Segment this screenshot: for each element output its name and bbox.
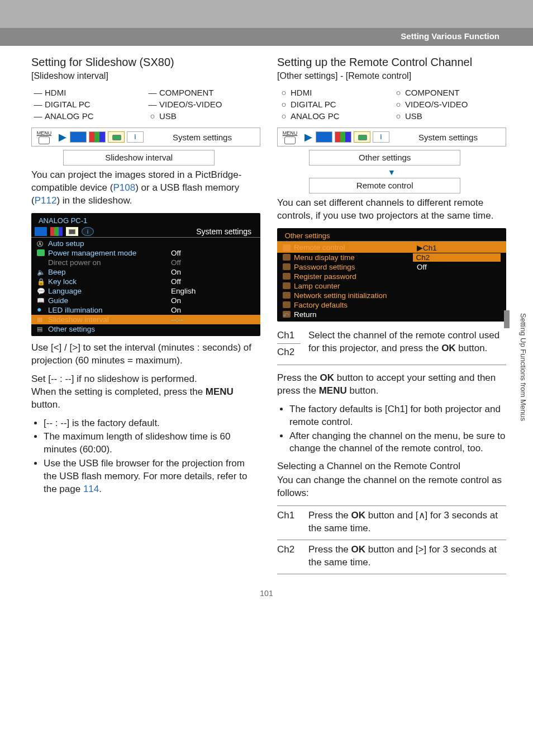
osd-tab-info-icon [82,227,94,236]
osd-row: ↶Return [277,310,506,319]
left-body-3: Set [-- : --] if no slideshow is perform… [31,373,260,386]
channel-desc-table: Ch1 Ch2 Select the channel of the remote… [277,327,506,365]
osd-screenshot-right: Other settings Remote control▶Ch1 Menu d… [277,228,506,322]
osd-tab-system-icon [66,227,78,236]
left-input-list: —HDMI —COMPONENT —DIGITAL PC —VIDEO/S-VI… [31,87,260,122]
side-section-label: Setting Up Functions from Menus [519,313,527,421]
osd-row: Power management modeOff [31,248,260,258]
input-video-svideo: VIDEO/S-VIDEO [159,100,222,109]
auto-setup-icon: Ⓐ [37,240,45,247]
circle-icon: ○ [392,100,405,109]
dash-icon: — [146,88,159,97]
osd-tab-color-icon [50,227,63,236]
nav-label: System settings [391,133,506,142]
right-column: Setting up the Remote Control Channel [O… [277,56,506,574]
link-p112[interactable]: P112 [35,195,57,206]
slideshow-icon: ▦ [37,316,45,323]
tab-icons [315,130,391,144]
input-analog-pc: ANALOG PC [291,111,340,121]
dash-icon: — [31,100,45,109]
osd-right-header: Other settings [277,230,506,241]
ch1-label: Ch1 [277,509,301,535]
remote-channel-table: Ch1 Press the OK button and [∧] for 3 se… [277,505,506,574]
side-tab-indicator [504,310,510,328]
left-subtitle: [Slideshow interval] [31,71,260,81]
tab-info-icon [127,131,144,143]
register-password-icon [283,273,291,280]
osd-left-tabs: System settings [31,226,260,237]
bullet-item: Use the USB file browser for the projec­… [44,457,260,496]
tab-color-icon [335,131,351,143]
chevron-right-icon: ▶ [302,131,315,143]
dash-icon: — [146,100,159,109]
osd-row: ⒶAuto setup [31,237,260,248]
circle-icon: ○ [146,111,159,121]
osd-tab-label: System settings [97,227,257,236]
circle-icon: ○ [392,88,405,97]
osd-row: ●LED illuminationOn [31,305,260,315]
input-usb: USB [159,111,177,121]
input-digital-pc: DIGITAL PC [45,100,91,109]
breadcrumb-remote-control: Remote control [309,178,460,193]
password-icon [283,263,291,270]
ch2-label: Ch2 [277,346,301,360]
menu-time-icon [283,254,291,261]
tab-icons [69,130,145,144]
bullet-item: [-- : --] is the factory default. [44,417,260,430]
bullet-item: The factory defaults is [Ch1] for both p… [289,403,506,429]
osd-row: 📖GuideOn [31,296,260,305]
guide-icon: 📖 [37,297,45,304]
osd-row: Lamp counter [277,281,506,291]
left-body-4: When the setting is completed, press the… [31,386,260,412]
header-bar: Setting Various Function [0,28,533,46]
bullet-item: After changing the channel on the menu, … [289,430,506,456]
right-body-1: You can set different channels to differ… [277,197,506,223]
language-icon: 💬 [37,287,45,294]
direct-power-icon [37,259,45,266]
menu-button-icon: MENU [32,130,56,144]
lamp-icon [283,282,291,289]
link-p108[interactable]: P108 [113,182,135,193]
other-settings-icon: ▤ [37,325,45,332]
osd-row: 💬LanguageEnglish [31,286,260,296]
remote-control-icon [283,244,291,251]
left-column: Setting for Slideshow (SX80) [Slideshow … [31,56,260,574]
page-number: 101 [0,574,533,608]
circle-icon: ○ [392,111,405,121]
tab-system-icon [108,131,125,143]
dash-icon: — [31,111,45,121]
osd-row: Menu display timeCh2 [277,253,506,262]
tab-color-icon [89,131,106,143]
menu-button-icon: MENU [278,130,302,144]
return-icon: ↶ [283,311,291,318]
osd-row: Direct power onOff [31,258,260,267]
left-body-2: Use [<] / [>] to set the interval (minut… [31,342,260,367]
osd-row: Password settingsOff [277,262,506,272]
input-component: COMPONENT [159,88,214,97]
right-section-title: Setting up the Remote Control Channel [277,56,506,69]
osd-row: 🔈BeepOn [31,267,260,277]
circle-icon: ○ [277,88,291,97]
input-digital-pc: DIGITAL PC [291,100,336,109]
right-body-2: Press the OK button to accept your setti… [277,372,506,398]
bullet-item: The maximum length of slideshow time is … [44,431,260,456]
ch1-label: Ch1 [277,329,301,344]
input-component: COMPONENT [405,88,460,97]
header-title: Setting Various Function [401,31,499,41]
ch1-instruction: Press the OK button and [∧] for 3 sec­on… [308,509,506,535]
right-subtitle: [Other settings] - [Remote control] [277,71,506,81]
osd-left-header: ANALOG PC-1 [31,215,260,226]
input-video-svideo: VIDEO/S-VIDEO [405,100,468,109]
tab-image-icon [70,131,87,143]
breadcrumb-slideshow-interval: Slideshow interval [63,150,215,166]
nav-label: System settings [145,133,260,142]
breadcrumb-other-settings: Other settings [309,150,460,166]
factory-icon [283,301,291,308]
link-114[interactable]: 114 [83,484,99,494]
osd-row: ▤Other settings [31,324,260,334]
input-hdmi: HDMI [291,88,312,97]
right-nav-strip: MENU ▶ System settings [277,127,506,147]
subsection-title: Selecting a Channel on the Remote Con­tr… [277,461,506,472]
led-icon: ● [37,306,45,313]
speaker-icon: 🔈 [37,268,45,275]
